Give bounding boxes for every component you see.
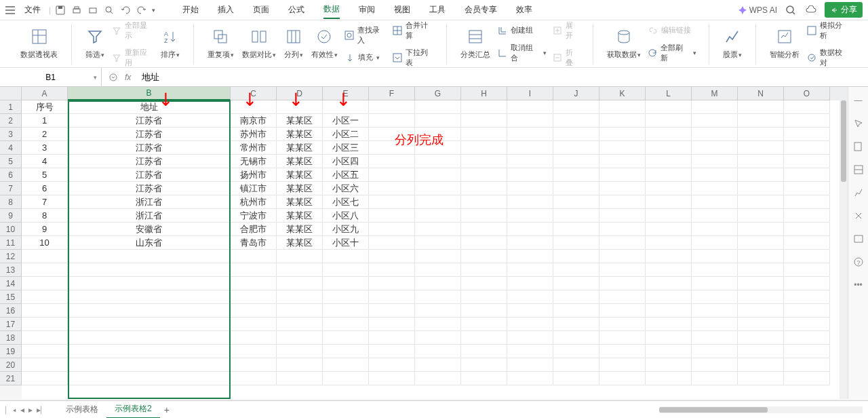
- tab-view[interactable]: 视图: [394, 1, 410, 18]
- cell[interactable]: [784, 128, 830, 141]
- row-header-15[interactable]: 15: [0, 290, 22, 304]
- cell[interactable]: [461, 100, 507, 114]
- cell[interactable]: [599, 155, 646, 168]
- row-header-1[interactable]: 1: [0, 100, 22, 114]
- cell[interactable]: [22, 318, 68, 331]
- horizontal-scrollbar[interactable]: [659, 406, 863, 413]
- sheet-nav-next-icon[interactable]: ▸: [28, 405, 33, 415]
- cell[interactable]: [738, 372, 784, 385]
- cell[interactable]: [507, 182, 553, 195]
- sort-button[interactable]: AZ 排序▾: [157, 24, 184, 64]
- cell[interactable]: [415, 209, 461, 223]
- fx-icon[interactable]: fx: [125, 73, 131, 82]
- cell[interactable]: [553, 372, 599, 385]
- cell[interactable]: [507, 250, 553, 263]
- cell[interactable]: [277, 358, 323, 372]
- col-header-B[interactable]: B: [68, 87, 231, 100]
- cell[interactable]: [22, 372, 68, 385]
- cell[interactable]: [277, 372, 323, 385]
- cell[interactable]: [415, 304, 461, 318]
- cell[interactable]: [461, 331, 507, 345]
- cell[interactable]: 1: [22, 114, 68, 128]
- cell[interactable]: [599, 372, 646, 385]
- cell[interactable]: [277, 277, 323, 290]
- cell[interactable]: [415, 155, 461, 168]
- cell[interactable]: [369, 290, 415, 304]
- cell[interactable]: [369, 195, 415, 209]
- row-header-14[interactable]: 14: [0, 277, 22, 290]
- tab-insert[interactable]: 插入: [218, 1, 234, 18]
- cell[interactable]: [692, 128, 738, 141]
- cell[interactable]: [553, 114, 599, 128]
- cell[interactable]: [369, 223, 415, 236]
- cell[interactable]: [646, 277, 692, 290]
- sidebar-select-icon[interactable]: [852, 140, 865, 153]
- tab-member[interactable]: 会员专享: [465, 1, 497, 18]
- cell[interactable]: [784, 114, 830, 128]
- cell[interactable]: [415, 277, 461, 290]
- sheet-tab-1[interactable]: 示例表格: [58, 401, 106, 418]
- cell[interactable]: [461, 345, 507, 358]
- cell[interactable]: [461, 372, 507, 385]
- col-header-K[interactable]: K: [599, 87, 646, 100]
- cell[interactable]: 江苏省: [68, 114, 231, 128]
- cell[interactable]: [599, 195, 646, 209]
- cell[interactable]: [415, 358, 461, 372]
- consolidate-button[interactable]: 合并计算: [389, 19, 437, 42]
- cell[interactable]: [369, 182, 415, 195]
- cell[interactable]: 苏州市: [231, 128, 277, 141]
- cell[interactable]: [369, 141, 415, 155]
- cell[interactable]: [461, 168, 507, 182]
- cell[interactable]: 序号: [22, 100, 68, 114]
- cell[interactable]: [553, 250, 599, 263]
- cell[interactable]: 某某区: [277, 236, 323, 250]
- row-header-12[interactable]: 12: [0, 250, 22, 263]
- cell[interactable]: [68, 304, 231, 318]
- cell[interactable]: [415, 223, 461, 236]
- cell[interactable]: [369, 372, 415, 385]
- qat-dropdown-icon[interactable]: ▾: [152, 7, 155, 14]
- cell[interactable]: [461, 195, 507, 209]
- cell[interactable]: 某某区: [277, 223, 323, 236]
- cell[interactable]: 宁波市: [231, 209, 277, 223]
- cell[interactable]: [507, 114, 553, 128]
- sheet-nav-prev-icon[interactable]: ◂: [20, 405, 24, 415]
- cell[interactable]: [22, 304, 68, 318]
- cell[interactable]: [507, 236, 553, 250]
- cell[interactable]: [277, 331, 323, 345]
- cell[interactable]: 地址: [68, 100, 231, 114]
- sidebar-more-icon[interactable]: •••: [852, 278, 865, 292]
- cell[interactable]: [599, 304, 646, 318]
- cell[interactable]: [553, 345, 599, 358]
- cell[interactable]: [738, 290, 784, 304]
- sheet-nav-last-icon[interactable]: ▸⎸: [37, 405, 48, 415]
- cell[interactable]: [646, 331, 692, 345]
- cell[interactable]: [738, 209, 784, 223]
- cell[interactable]: [738, 358, 784, 372]
- wps-ai-button[interactable]: WPS AI: [738, 5, 777, 15]
- cell[interactable]: 某某区: [277, 141, 323, 155]
- cell[interactable]: [369, 155, 415, 168]
- cell[interactable]: [784, 209, 830, 223]
- cell[interactable]: [646, 100, 692, 114]
- col-header-N[interactable]: N: [738, 87, 784, 100]
- cell[interactable]: [507, 168, 553, 182]
- cell[interactable]: [553, 236, 599, 250]
- tab-data[interactable]: 数据: [323, 1, 340, 19]
- cell[interactable]: [231, 345, 277, 358]
- cell[interactable]: [738, 114, 784, 128]
- cell[interactable]: [599, 223, 646, 236]
- cell[interactable]: 某某区: [277, 182, 323, 195]
- row-header-5[interactable]: 5: [0, 155, 22, 168]
- cell[interactable]: [323, 372, 369, 385]
- cell[interactable]: [68, 263, 231, 277]
- cell[interactable]: [553, 277, 599, 290]
- add-sheet-button[interactable]: +: [164, 404, 170, 415]
- cell[interactable]: 3: [22, 141, 68, 155]
- cell[interactable]: [461, 114, 507, 128]
- cell[interactable]: [415, 128, 461, 141]
- cell[interactable]: 小区六: [323, 182, 369, 195]
- cell[interactable]: [369, 277, 415, 290]
- cell[interactable]: [231, 263, 277, 277]
- col-header-C[interactable]: C: [231, 87, 277, 100]
